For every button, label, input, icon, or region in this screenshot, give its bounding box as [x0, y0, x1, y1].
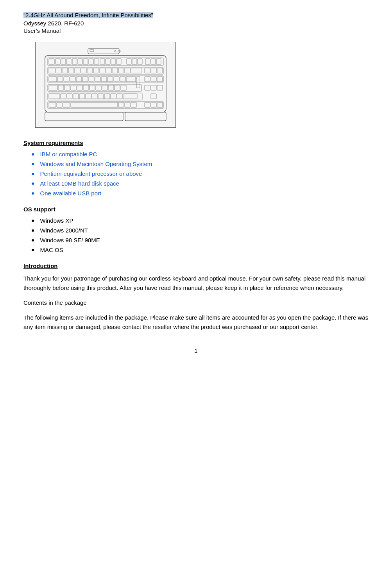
svg-rect-96 [118, 102, 124, 107]
svg-rect-14 [94, 59, 99, 64]
svg-rect-57 [136, 77, 140, 88]
svg-rect-27 [56, 68, 61, 73]
svg-rect-32 [87, 68, 93, 73]
introduction-paragraph1: Thank you for your patronage of purchasi… [23, 274, 369, 293]
svg-rect-84 [92, 94, 97, 99]
svg-rect-83 [86, 94, 91, 99]
introduction-paragraph2: The following items are included in the … [23, 313, 369, 332]
system-requirements-list: IBM or compatible PC Windows and Macinto… [31, 151, 369, 197]
svg-rect-65 [71, 85, 76, 90]
svg-rect-68 [89, 85, 95, 90]
svg-rect-72 [115, 85, 120, 90]
svg-rect-51 [95, 77, 100, 82]
svg-rect-73 [121, 85, 126, 90]
svg-rect-56 [126, 77, 136, 82]
system-requirements-section: System requirements IBM or compatible PC… [23, 139, 369, 197]
svg-rect-10 [72, 59, 77, 64]
system-requirements-heading: System requirements [23, 139, 369, 146]
list-item: IBM or compatible PC [31, 151, 369, 157]
svg-rect-87 [111, 94, 116, 99]
svg-rect-93 [57, 102, 62, 107]
svg-rect-29 [68, 68, 74, 73]
svg-rect-64 [64, 85, 70, 90]
os-support-heading: OS support [23, 206, 369, 213]
svg-rect-22 [145, 59, 150, 64]
svg-rect-26 [49, 68, 55, 73]
svg-rect-66 [77, 85, 82, 90]
svg-rect-70 [102, 85, 107, 90]
svg-rect-13 [89, 59, 93, 64]
list-item: Windows 2000/NT [31, 227, 369, 234]
svg-rect-1 [90, 50, 94, 52]
svg-rect-40 [145, 68, 150, 73]
svg-rect-54 [114, 77, 119, 82]
svg-rect-69 [96, 85, 101, 90]
svg-rect-9 [66, 59, 71, 64]
svg-rect-11 [78, 59, 82, 64]
svg-rect-63 [58, 85, 64, 90]
svg-rect-62 [49, 85, 57, 90]
svg-rect-28 [62, 68, 68, 73]
svg-point-3 [115, 50, 116, 52]
svg-rect-67 [83, 85, 89, 90]
svg-rect-102 [45, 112, 123, 121]
svg-rect-75 [151, 85, 156, 90]
svg-rect-101 [157, 102, 163, 107]
svg-rect-38 [125, 68, 130, 73]
svg-rect-12 [83, 59, 88, 64]
svg-rect-34 [100, 68, 105, 73]
svg-rect-103 [125, 112, 166, 121]
users-manual: User's Manual [23, 27, 369, 34]
product-title: Odyssey 2620, RF-620 [23, 20, 369, 27]
introduction-heading: Introduction [23, 263, 369, 269]
svg-rect-19 [127, 59, 131, 64]
svg-rect-86 [104, 94, 110, 99]
svg-rect-6 [49, 59, 54, 64]
svg-rect-50 [89, 77, 94, 82]
svg-rect-80 [67, 94, 72, 99]
svg-rect-16 [106, 59, 110, 64]
list-item: Pentium-equivalent processor or above [31, 170, 369, 177]
svg-rect-15 [100, 59, 105, 64]
list-item: Windows and Macintosh Operating System [31, 161, 369, 167]
page-number: 1 [23, 347, 369, 354]
svg-rect-99 [145, 102, 150, 107]
svg-rect-53 [107, 77, 113, 82]
svg-rect-60 [157, 77, 163, 82]
svg-rect-76 [157, 85, 163, 90]
title-highlighted: “2.4GHz All Around Freedom, Infinite Pos… [23, 12, 153, 18]
svg-rect-18 [116, 59, 121, 64]
svg-rect-46 [64, 77, 69, 82]
svg-rect-35 [106, 68, 111, 73]
svg-rect-31 [81, 68, 86, 73]
svg-rect-82 [79, 94, 85, 99]
svg-rect-81 [73, 94, 79, 99]
svg-rect-47 [70, 77, 75, 82]
svg-rect-20 [132, 59, 137, 64]
svg-rect-39 [131, 68, 142, 73]
svg-rect-97 [125, 102, 130, 107]
list-item: MAC OS [31, 247, 369, 253]
svg-rect-7 [55, 59, 60, 64]
contents-subheading: Contents in the package [23, 298, 369, 307]
svg-rect-33 [93, 68, 99, 73]
svg-rect-94 [63, 102, 70, 107]
svg-rect-55 [120, 77, 125, 82]
svg-rect-100 [151, 102, 156, 107]
svg-rect-71 [108, 85, 114, 90]
introduction-section: Introduction Thank you for your patronag… [23, 263, 369, 332]
svg-rect-17 [111, 59, 116, 64]
keyboard-svg [43, 48, 168, 122]
svg-rect-89 [123, 94, 137, 99]
svg-rect-48 [76, 77, 82, 82]
svg-rect-23 [151, 59, 156, 64]
svg-rect-41 [151, 68, 156, 73]
list-item: One available USB port [31, 190, 369, 197]
svg-rect-36 [112, 68, 118, 73]
svg-rect-42 [157, 68, 163, 73]
os-support-list: Windows XP Windows 2000/NT Windows 98 SE… [31, 217, 369, 253]
svg-rect-30 [75, 68, 80, 73]
svg-rect-58 [145, 77, 150, 82]
svg-rect-37 [118, 68, 124, 73]
keyboard-image [35, 42, 176, 128]
